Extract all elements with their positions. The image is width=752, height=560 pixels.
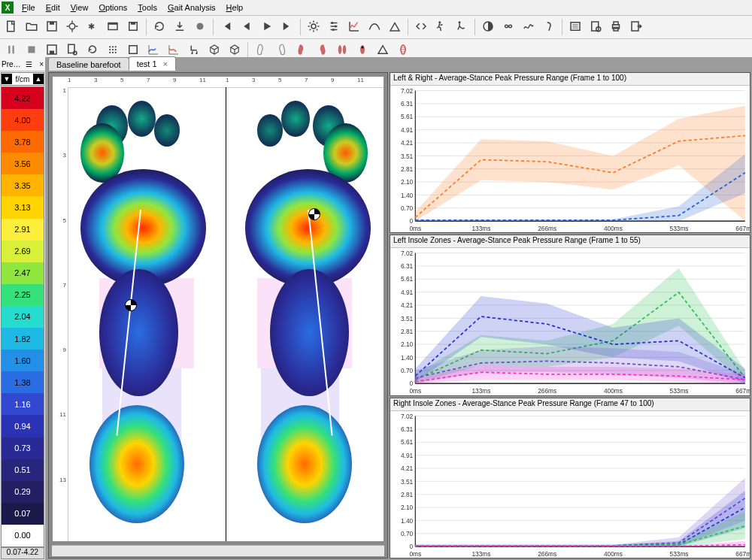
page-find-icon bbox=[65, 43, 79, 58]
record-icon bbox=[193, 20, 207, 35]
svg-point-11 bbox=[331, 22, 333, 24]
skip-first-button[interactable] bbox=[217, 17, 236, 37]
foot-fill-l-icon bbox=[295, 43, 308, 58]
record-button[interactable] bbox=[190, 17, 210, 37]
step-back-button[interactable] bbox=[237, 17, 256, 37]
export-button[interactable] bbox=[626, 17, 646, 37]
foot-outline-r-icon bbox=[274, 43, 288, 58]
menu-tools[interactable]: Tools bbox=[132, 2, 162, 14]
new-button[interactable] bbox=[2, 17, 21, 37]
toolbar-row-1: ✱ bbox=[0, 16, 752, 39]
circle-half-button[interactable] bbox=[478, 17, 498, 37]
svg-point-10 bbox=[311, 24, 316, 29]
tent-icon bbox=[388, 20, 402, 35]
menu-options[interactable]: Options bbox=[93, 2, 132, 14]
separator bbox=[247, 42, 248, 59]
run-button[interactable] bbox=[432, 17, 451, 37]
svg-point-12 bbox=[335, 26, 337, 28]
tent-button[interactable] bbox=[385, 17, 405, 37]
graph-b-icon bbox=[167, 43, 180, 58]
code-button[interactable] bbox=[411, 17, 431, 37]
svg-point-31 bbox=[109, 46, 111, 47]
triangle-icon bbox=[376, 43, 390, 58]
chart-line-icon bbox=[347, 20, 361, 35]
menu-gait-analysis[interactable]: Gait Analysis bbox=[162, 2, 221, 14]
seat-icon bbox=[187, 43, 201, 58]
circle-half-icon bbox=[481, 20, 495, 35]
grid-dots-icon bbox=[106, 43, 120, 58]
skip-first-icon bbox=[220, 20, 233, 35]
card-icon bbox=[106, 20, 120, 35]
svg-rect-28 bbox=[50, 51, 54, 55]
gear-icon bbox=[307, 20, 320, 35]
separator bbox=[300, 19, 301, 35]
app-icon: X bbox=[2, 2, 14, 14]
panel-pin-icon[interactable]: ☰ bbox=[26, 60, 32, 63]
menu-view[interactable]: View bbox=[65, 2, 94, 14]
document-tab[interactable]: test 1× bbox=[129, 56, 176, 62]
adjust-button[interactable] bbox=[324, 17, 344, 37]
print-icon bbox=[609, 20, 623, 35]
export-icon bbox=[629, 20, 643, 35]
main-panel: Baseline barefoottest 1× 13579111357911 … bbox=[47, 57, 752, 62]
separator bbox=[213, 19, 214, 35]
svg-rect-21 bbox=[614, 22, 618, 25]
document-tab[interactable]: Baseline barefoot bbox=[48, 57, 129, 62]
print-button[interactable] bbox=[606, 17, 626, 37]
menu-help[interactable]: Help bbox=[221, 2, 249, 14]
new-icon bbox=[5, 20, 18, 35]
refresh-icon bbox=[86, 43, 99, 58]
ear-icon bbox=[542, 20, 556, 35]
separator bbox=[562, 19, 562, 35]
svg-point-41 bbox=[338, 45, 342, 54]
foot-marker-icon bbox=[356, 43, 369, 58]
list-icon bbox=[569, 20, 582, 35]
menu-file[interactable]: File bbox=[17, 2, 41, 14]
reload-button[interactable] bbox=[150, 17, 169, 37]
cube-icon bbox=[208, 43, 221, 58]
svg-rect-25 bbox=[13, 46, 14, 54]
curve-button[interactable] bbox=[365, 17, 384, 37]
svg-point-3 bbox=[69, 23, 75, 29]
menu-edit[interactable]: Edit bbox=[41, 2, 65, 14]
open-button[interactable] bbox=[22, 17, 41, 37]
svg-rect-24 bbox=[8, 46, 10, 54]
list-button[interactable] bbox=[566, 17, 585, 37]
skip-last-button[interactable] bbox=[277, 17, 297, 37]
panel-close-icon[interactable]: × bbox=[39, 60, 44, 63]
ear-button[interactable] bbox=[539, 17, 559, 37]
snap-icon bbox=[65, 20, 79, 35]
squiggle-button[interactable] bbox=[519, 17, 538, 37]
download-icon bbox=[173, 20, 186, 35]
foot-scan-icon bbox=[396, 43, 410, 58]
card-button[interactable] bbox=[103, 17, 123, 37]
save-button[interactable] bbox=[42, 17, 62, 37]
target-grid-button[interactable]: ✱ bbox=[83, 17, 102, 37]
preview-button[interactable] bbox=[586, 17, 605, 37]
curve-icon bbox=[368, 20, 381, 35]
play-icon bbox=[260, 20, 274, 35]
adjust-icon bbox=[327, 20, 341, 35]
panel-tab[interactable]: Pre… ☰ × bbox=[0, 57, 45, 62]
tab-close-icon[interactable]: × bbox=[163, 59, 168, 63]
chart-line-button[interactable] bbox=[344, 17, 364, 37]
svg-point-13 bbox=[332, 29, 335, 31]
store-button[interactable] bbox=[123, 17, 143, 37]
play-button[interactable] bbox=[257, 17, 277, 37]
snap-button[interactable] bbox=[62, 17, 82, 37]
svg-rect-26 bbox=[29, 47, 35, 53]
document-tabs: Baseline barefoottest 1× bbox=[47, 57, 752, 62]
svg-rect-8 bbox=[131, 23, 135, 25]
infinity-button[interactable] bbox=[499, 17, 518, 37]
download-button[interactable] bbox=[170, 17, 190, 37]
svg-rect-6 bbox=[108, 23, 117, 25]
svg-point-39 bbox=[115, 52, 117, 53]
svg-point-9 bbox=[197, 23, 204, 30]
kick-button[interactable] bbox=[452, 17, 472, 37]
svg-point-14 bbox=[438, 21, 441, 23]
skip-last-icon bbox=[280, 20, 294, 35]
gear-button[interactable] bbox=[304, 17, 323, 37]
svg-point-15 bbox=[459, 21, 461, 23]
menu-bar: X FileEditViewOptionsToolsGait AnalysisH… bbox=[0, 0, 752, 16]
client-area: Pre… ☰ × ▼ f/cm ▲ 4.224.003.783.563.353.… bbox=[0, 57, 752, 62]
